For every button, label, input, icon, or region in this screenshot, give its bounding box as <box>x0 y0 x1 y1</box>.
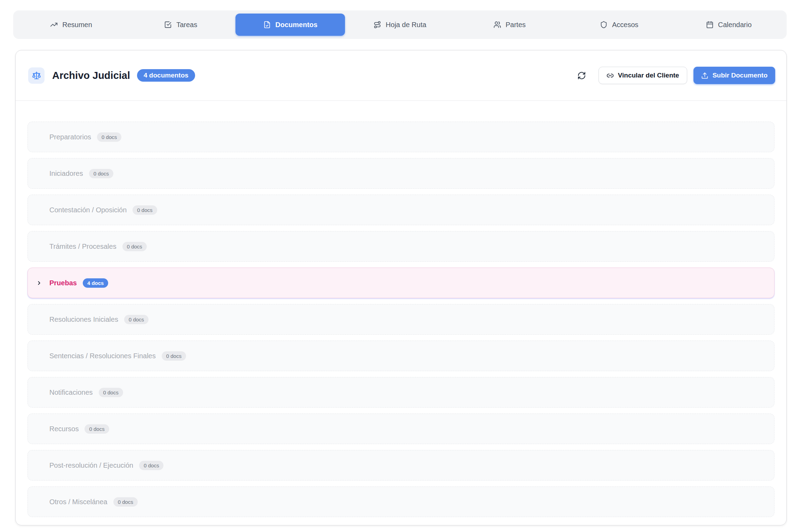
tab-tareas[interactable]: Tareas <box>126 14 235 36</box>
docs-count-badge: 0 docs <box>132 205 157 215</box>
category-list: Preparatorios0 docsIniciadores0 docsCont… <box>16 101 786 517</box>
judicial-archive-card: Archivo Judicial 4 documentos Vincular d… <box>15 50 787 525</box>
docs-count-badge: 0 docs <box>122 242 147 251</box>
trending-up-icon <box>50 21 58 28</box>
category-label: Post-resolución / Ejecución <box>49 461 133 469</box>
category-label: Notificaciones <box>49 388 93 396</box>
category-row-preparatorios[interactable]: Preparatorios0 docs <box>27 122 774 152</box>
tab-label: Resumen <box>62 21 92 29</box>
tab-label: Tareas <box>176 21 197 29</box>
shield-icon <box>600 21 608 28</box>
tab-hoja-de-ruta[interactable]: Hoja de Ruta <box>345 14 455 36</box>
category-row-post-resolucion-ejecucion[interactable]: Post-resolución / Ejecución0 docs <box>27 450 774 481</box>
tab-calendario[interactable]: Calendario <box>674 14 784 36</box>
header-actions: Vincular del Cliente Subir Documento <box>575 67 775 84</box>
category-label: Iniciadores <box>49 170 83 178</box>
tab-label: Hoja de Ruta <box>386 21 426 29</box>
category-row-otros-miscelanea[interactable]: Otros / Miscelánea0 docs <box>27 486 774 517</box>
card-header: Archivo Judicial 4 documentos Vincular d… <box>16 50 786 101</box>
category-row-tramites-procesales[interactable]: Trámites / Procesales0 docs <box>27 231 774 262</box>
calendar-icon <box>706 21 714 28</box>
category-row-recursos[interactable]: Recursos0 docs <box>27 414 774 444</box>
tab-label: Calendario <box>718 21 752 29</box>
docs-count-badge: 0 docs <box>99 388 123 397</box>
category-row-pruebas[interactable]: Pruebas4 docs <box>27 268 774 298</box>
tab-resumen[interactable]: Resumen <box>16 14 126 36</box>
link-icon <box>607 72 614 79</box>
category-label: Contestación / Oposición <box>49 206 127 214</box>
route-icon <box>374 21 381 28</box>
docs-count-badge: 0 docs <box>139 461 163 470</box>
category-row-notificaciones[interactable]: Notificaciones0 docs <box>27 377 774 408</box>
docs-count-badge: 0 docs <box>124 315 148 324</box>
category-row-resoluciones-iniciales[interactable]: Resoluciones Iniciales0 docs <box>27 304 774 335</box>
category-row-sentencias-resoluciones-finales[interactable]: Sentencias / Resoluciones Finales0 docs <box>27 341 774 371</box>
page-title: Archivo Judicial <box>52 70 130 81</box>
upload-icon <box>701 72 708 79</box>
docs-count-badge: 4 docs <box>83 278 109 288</box>
file-check-icon <box>263 21 271 28</box>
refresh-button[interactable] <box>575 69 588 82</box>
category-label: Otros / Miscelánea <box>49 498 107 506</box>
refresh-icon <box>577 71 586 80</box>
category-label: Sentencias / Resoluciones Finales <box>49 352 156 360</box>
tab-label: Partes <box>506 21 526 29</box>
tab-partes[interactable]: Partes <box>455 14 564 36</box>
case-tab-bar: ResumenTareasDocumentosHoja de RutaParte… <box>13 10 787 39</box>
tab-label: Accesos <box>612 21 639 29</box>
category-label: Resoluciones Iniciales <box>49 316 118 324</box>
upload-document-button[interactable]: Subir Documento <box>693 67 775 84</box>
category-label: Recursos <box>49 425 79 433</box>
documents-count-badge: 4 documentos <box>137 69 195 82</box>
category-row-iniciadores[interactable]: Iniciadores0 docs <box>27 158 774 189</box>
tab-label: Documentos <box>275 21 318 29</box>
tab-accesos[interactable]: Accesos <box>564 14 674 36</box>
tab-documentos[interactable]: Documentos <box>235 14 345 36</box>
category-label: Preparatorios <box>49 133 91 141</box>
docs-count-badge: 0 docs <box>85 424 109 434</box>
docs-count-badge: 0 docs <box>97 132 121 142</box>
docs-count-badge: 0 docs <box>162 351 186 361</box>
category-row-contestacion-oposicion[interactable]: Contestación / Oposición0 docs <box>27 195 774 225</box>
check-square-icon <box>164 21 172 28</box>
scales-of-justice-icon <box>28 67 45 84</box>
chevron-right-icon <box>36 280 42 286</box>
chevron-right-icon <box>36 280 42 286</box>
category-label: Pruebas <box>49 279 77 287</box>
docs-count-badge: 0 docs <box>89 169 113 178</box>
upload-document-label: Subir Documento <box>713 72 768 79</box>
docs-count-badge: 0 docs <box>113 497 138 507</box>
category-label: Trámites / Procesales <box>49 243 117 251</box>
link-client-button[interactable]: Vincular del Cliente <box>599 67 687 84</box>
link-client-label: Vincular del Cliente <box>618 72 679 79</box>
users-icon <box>493 21 501 28</box>
